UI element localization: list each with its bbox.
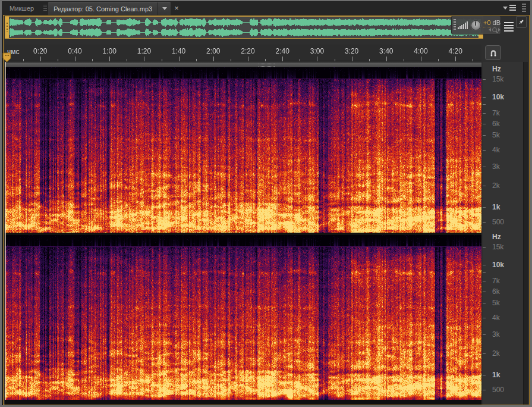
frequency-scale[interactable]: Hz15k10k7k6k5k4k3k2k1k500 Hz15k10k7k6k5k…	[483, 62, 523, 405]
magnifier-icon	[492, 27, 497, 32]
time-tick-label: 3:00	[310, 47, 324, 55]
freq-unit-label: Hz	[492, 233, 501, 241]
arrow-right-icon	[498, 28, 500, 32]
freq-tick-label: 7k	[492, 277, 500, 285]
freq-tick-label: 1k	[492, 371, 500, 379]
time-tick-label: 0:40	[68, 47, 81, 55]
tab-bar: Микшер Редактор: 05. Coming Clean.mp3 ×	[2, 1, 530, 15]
freq-tick	[483, 353, 486, 354]
panel-menu-button[interactable]	[503, 5, 516, 11]
freq-tick	[483, 303, 486, 303]
waveform-overview[interactable]	[5, 16, 483, 39]
freq-tick	[483, 186, 486, 186]
zoom-scrollbar[interactable]	[5, 62, 481, 67]
time-tick-label: 0:20	[33, 47, 47, 55]
spectrogram-channel-right[interactable]	[5, 235, 481, 400]
time-tick-label: 1:20	[137, 47, 151, 55]
freq-tick	[483, 281, 486, 281]
time-tick-label: 2:40	[276, 47, 289, 55]
volume-bars-icon	[458, 21, 469, 29]
tab-close-button[interactable]: ×	[171, 1, 182, 15]
grip-dots-icon	[7, 23, 8, 32]
freq-tick-label: 3k	[492, 330, 500, 339]
freq-tick	[483, 222, 486, 223]
app-window: Микшер Редактор: 05. Coming Clean.mp3 × …	[2, 1, 530, 405]
freq-tick	[483, 79, 486, 80]
freq-tick	[483, 150, 486, 151]
freq-tick	[483, 113, 486, 114]
freq-tick	[483, 207, 486, 208]
vertical-scrollbar[interactable]	[523, 62, 528, 405]
spectral-bottom-gap	[5, 400, 481, 405]
spectrogram-channel-left[interactable]	[5, 67, 481, 233]
pin-button[interactable]	[516, 16, 527, 28]
freq-tick-label: 6k	[492, 120, 500, 128]
overview-waveform-canvas[interactable]	[5, 17, 483, 38]
time-tick-label: 4:20	[449, 47, 462, 55]
spectral-display	[5, 67, 481, 400]
knob-needle-icon	[475, 21, 476, 26]
freq-tick	[483, 375, 486, 375]
time-tick-label: 1:40	[172, 47, 185, 55]
tab-editor-label: Редактор: 05. Coming Clean.mp3	[48, 5, 158, 12]
freq-tick	[483, 334, 486, 335]
time-tick-label: 2:20	[241, 47, 254, 55]
time-tick-label: 3:20	[345, 47, 358, 55]
chevron-down-icon	[162, 7, 167, 10]
freq-tick	[483, 124, 486, 124]
time-tick-label: 1:00	[103, 47, 117, 55]
freq-unit-label: Hz	[492, 65, 501, 73]
zoom-magnifier-icon[interactable]	[484, 26, 505, 33]
freq-tick-label: 3k	[492, 162, 500, 171]
time-tick-label: 2:00	[206, 47, 220, 55]
menu-lines-icon	[509, 5, 516, 11]
playhead-marker[interactable]	[2, 52, 12, 63]
freq-tick	[483, 390, 486, 390]
freq-tick	[483, 272, 486, 273]
magnet-icon	[489, 48, 498, 58]
freq-tick	[483, 265, 486, 265]
range-handle-left[interactable]	[5, 17, 9, 38]
time-tick-label: 4:00	[414, 47, 427, 55]
freq-tick-label: 10k	[492, 261, 504, 269]
freq-tick-label: 4k	[492, 146, 500, 154]
freq-tick	[483, 97, 486, 98]
tab-mixer-label: Микшер	[10, 5, 34, 12]
panel-grip-icon[interactable]	[522, 4, 526, 12]
freq-tick-label: 2k	[492, 181, 500, 190]
freq-tick-label: 500	[492, 218, 504, 226]
freq-tick	[483, 247, 486, 248]
freq-tick-label: 4k	[492, 314, 500, 322]
levels-button[interactable]	[504, 22, 514, 32]
chevron-down-icon	[503, 7, 508, 10]
pin-icon	[518, 18, 525, 26]
tab-editor[interactable]: Редактор: 05. Coming Clean.mp3	[48, 2, 171, 15]
tab-drag-grip-icon[interactable]	[43, 5, 47, 12]
grip-dots-icon[interactable]	[454, 19, 456, 31]
freq-tick-label: 5k	[492, 299, 500, 307]
timeline-ruler[interactable]: чмс 0:200:401:001:201:402:002:202:403:00…	[5, 45, 481, 61]
freq-tick	[483, 135, 486, 136]
freq-tick	[483, 292, 486, 292]
freq-tick-label: 500	[492, 386, 504, 394]
close-icon: ×	[174, 4, 179, 12]
snap-button[interactable]	[485, 45, 501, 60]
freq-tick-label: 15k	[492, 75, 503, 83]
editor-panel: +0 dB чмс 0:200:401:001:201:402:002:202:…	[3, 15, 530, 405]
freq-tick	[483, 104, 486, 105]
freq-tick-label: 15k	[492, 243, 503, 251]
freq-tick-label: 5k	[492, 131, 500, 139]
tab-dropdown-button[interactable]	[158, 7, 171, 10]
freq-tick-label: 6k	[492, 287, 500, 296]
freq-tick-label: 2k	[492, 349, 500, 358]
arrow-left-icon	[489, 28, 491, 32]
freq-tick-label: 10k	[492, 93, 504, 101]
time-tick-label: 3:40	[379, 47, 393, 55]
gain-knob[interactable]	[471, 20, 481, 30]
freq-tick-label: 1k	[492, 203, 500, 211]
freq-tick	[483, 318, 486, 318]
scrollbar-grip-icon[interactable]	[259, 64, 275, 67]
freq-tick	[483, 167, 486, 167]
playhead-line[interactable]	[5, 62, 6, 400]
tab-mixer[interactable]: Микшер	[2, 1, 42, 15]
